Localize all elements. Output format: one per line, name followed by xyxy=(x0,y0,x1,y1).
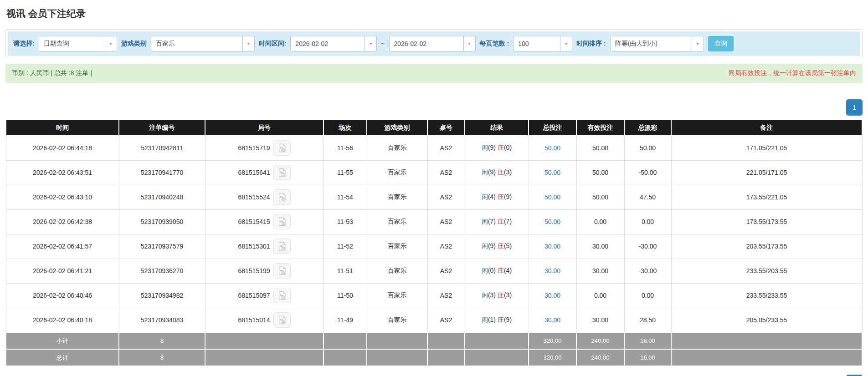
cell-time: 2026-02-02 06:41:57 xyxy=(6,234,119,259)
video-file-icon xyxy=(277,168,287,178)
cell-valid-bet: 50.00 xyxy=(576,136,624,160)
page-size-select[interactable]: 100 ▼ xyxy=(513,36,572,51)
select-mode-label: 请选择: xyxy=(13,40,35,48)
result-player-score: (9) xyxy=(488,242,496,249)
cell-bet-id: 523170942811 xyxy=(119,136,205,160)
cell-table-no: AS2 xyxy=(427,209,465,234)
total-bet-link[interactable]: 50.00 xyxy=(544,218,560,225)
cell-total-bet: 50.00 xyxy=(529,209,576,234)
cell-time: 2026-02-02 06:41:21 xyxy=(6,259,119,283)
cell-valid-bet: 30.00 xyxy=(576,234,624,259)
result-player-label: 闲 xyxy=(482,316,488,323)
total-bet-link[interactable]: 50.00 xyxy=(544,144,560,152)
query-mode-select[interactable]: 日期查询 ▼ xyxy=(39,36,117,51)
total-row: 总计 8 320.00 240.00 16.00 xyxy=(6,349,862,366)
cell-time: 2026-02-02 06:42:38 xyxy=(6,209,119,234)
cell-time: 2026-02-02 06:43:51 xyxy=(6,160,119,185)
filter-bar: 请选择: 日期查询 ▼ 游戏类别 百家乐 ▼ 时间区间: 2026-02-02 … xyxy=(8,31,860,56)
game-type-select[interactable]: 百家乐 ▼ xyxy=(151,36,255,51)
result-player-label: 闲 xyxy=(482,144,488,151)
cell-session: 11-53 xyxy=(324,209,367,234)
sort-order-value: 降幂(由大到小) xyxy=(611,36,692,51)
total-count: 8 xyxy=(119,349,205,366)
subtotal-row: 小计 8 320.00 240.00 16.00 xyxy=(6,332,862,349)
cell-total-bet: 30.00 xyxy=(529,308,576,332)
video-replay-button[interactable] xyxy=(273,214,291,229)
cell-result: 闲(0) 庄(4) xyxy=(465,259,529,283)
result-player-score: (3) xyxy=(488,291,496,299)
cell-game-type: 百家乐 xyxy=(367,283,427,308)
table-header-row: 时间 注单编号 局号 场次 游戏类别 桌号 结果 总投注 有效投注 总派彩 备注 xyxy=(6,120,862,136)
video-replay-button[interactable] xyxy=(273,239,291,254)
cell-result: 闲(4) 庄(9) xyxy=(465,185,529,209)
video-replay-button[interactable] xyxy=(273,288,291,303)
cell-valid-bet: 0.00 xyxy=(576,209,624,234)
cell-remark: 203.55/173.55 xyxy=(671,234,862,259)
table-row: 2026-02-02 06:43:51 523170941770 6815156… xyxy=(6,160,862,185)
total-bet-link[interactable]: 50.00 xyxy=(544,169,560,176)
video-file-icon xyxy=(277,290,287,300)
col-header-bet-id: 注单编号 xyxy=(119,120,205,136)
total-valid-bet: 240.00 xyxy=(576,349,624,366)
video-replay-button[interactable] xyxy=(273,189,291,205)
result-banker-label: 庄 xyxy=(498,168,504,176)
cell-total-bet: 50.00 xyxy=(529,160,576,185)
cell-time: 2026-02-02 06:40:18 xyxy=(6,308,119,332)
total-bet-link[interactable]: 30.00 xyxy=(544,267,560,274)
cell-game-type: 百家乐 xyxy=(367,259,427,283)
cell-result: 闲(9) 庄(0) xyxy=(465,136,529,160)
col-header-table-no: 桌号 xyxy=(427,120,465,136)
cell-remark: 173.55/221.05 xyxy=(671,185,862,209)
query-button[interactable]: 查询 xyxy=(708,36,734,51)
video-replay-button[interactable] xyxy=(273,165,291,180)
cell-round-id: 681515014 xyxy=(205,308,324,332)
cell-valid-bet: 30.00 xyxy=(576,308,624,332)
date-from-select[interactable]: 2026-02-02 ▼ xyxy=(290,36,377,51)
chevron-down-icon: ▼ xyxy=(242,36,254,51)
cell-payout: 0.00 xyxy=(624,209,671,234)
cell-session: 11-54 xyxy=(324,185,367,209)
result-player-label: 闲 xyxy=(482,168,488,176)
cell-time: 2026-02-02 06:44:18 xyxy=(6,136,119,160)
total-bet-link[interactable]: 30.00 xyxy=(544,292,560,299)
cell-time: 2026-02-02 06:40:46 xyxy=(6,283,119,308)
subtotal-payout: 16.00 xyxy=(624,332,671,349)
total-bet-link[interactable]: 50.00 xyxy=(544,193,560,201)
cell-valid-bet: 50.00 xyxy=(576,160,624,185)
sort-order-select[interactable]: 降幂(由大到小) ▼ xyxy=(610,36,704,51)
video-replay-button[interactable] xyxy=(273,140,291,156)
cell-bet-id: 523170934982 xyxy=(119,283,205,308)
page-1-button[interactable]: 1 xyxy=(846,99,863,116)
cell-valid-bet: 50.00 xyxy=(576,185,624,209)
col-header-round-id: 局号 xyxy=(205,120,324,136)
col-header-time: 时间 xyxy=(6,120,119,136)
total-bet-link[interactable]: 30.00 xyxy=(544,316,560,324)
cell-table-no: AS2 xyxy=(427,185,465,209)
video-replay-button[interactable] xyxy=(273,263,291,279)
cell-bet-id: 523170937579 xyxy=(119,234,205,259)
total-bet-link[interactable]: 30.00 xyxy=(544,243,560,250)
col-header-valid-bet: 有效投注 xyxy=(576,120,624,136)
cell-table-no: AS2 xyxy=(427,136,465,160)
round-id-value: 681515301 xyxy=(238,243,270,250)
cell-result: 闲(9) 庄(5) xyxy=(465,234,529,259)
cell-total-bet: 50.00 xyxy=(529,185,576,209)
video-file-icon xyxy=(277,217,287,227)
video-replay-button[interactable] xyxy=(273,312,291,328)
video-file-icon xyxy=(277,315,287,325)
result-banker-score: (5) xyxy=(504,242,512,249)
cell-payout: -30.00 xyxy=(624,234,671,259)
date-to-select[interactable]: 2026-02-02 ▼ xyxy=(389,36,476,51)
cell-game-type: 百家乐 xyxy=(367,185,427,209)
same-round-notice: 同局有效投注，统一计算在该局第一张注单内 xyxy=(729,69,856,77)
cell-game-type: 百家乐 xyxy=(367,160,427,185)
result-banker-label: 庄 xyxy=(498,144,504,151)
table-row: 2026-02-02 06:41:21 523170936270 6815151… xyxy=(6,259,862,283)
cell-total-bet: 30.00 xyxy=(529,259,576,283)
filter-panel: 请选择: 日期查询 ▼ 游戏类别 百家乐 ▼ 时间区间: 2026-02-02 … xyxy=(5,29,863,58)
cell-game-type: 百家乐 xyxy=(367,308,427,332)
video-file-icon xyxy=(277,241,287,251)
cell-table-no: AS2 xyxy=(427,259,465,283)
total-payout: 16.00 xyxy=(624,349,671,366)
result-player-score: (0) xyxy=(488,267,496,274)
